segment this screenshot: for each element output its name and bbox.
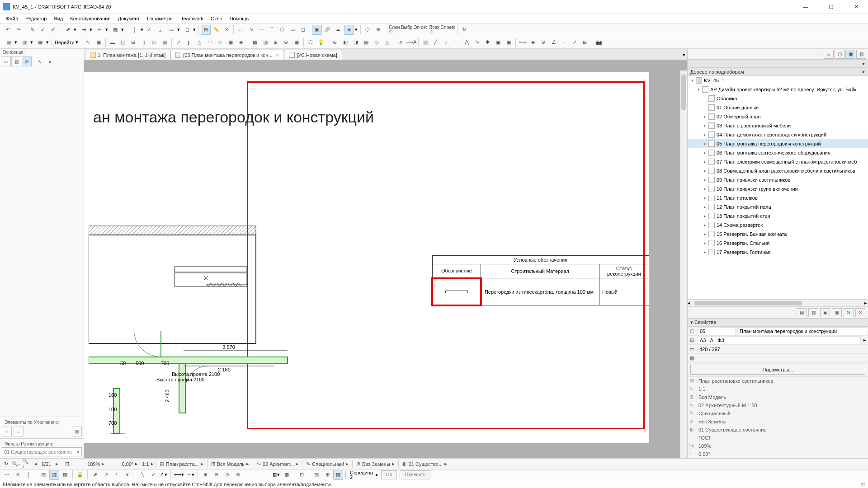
setting-row[interactable]: %109% [688, 442, 868, 450]
arrow-tool[interactable]: ⬈▾ [62, 25, 77, 35]
dim3-icon[interactable]: ↕ [559, 38, 569, 47]
tree-item[interactable]: ▸03 План с расстановкой мебели [688, 121, 868, 130]
nav-nozam[interactable]: ⊘ Без Замены ▸ [354, 459, 396, 469]
qo-5[interactable]: ▥ [49, 470, 59, 480]
nav-view[interactable]: ▤ План расста... ▸ [158, 459, 205, 469]
trim-tool[interactable]: ✂▾ [94, 25, 109, 35]
nav-mode-1[interactable]: ⌂ [824, 50, 834, 59]
dim-icon[interactable]: ↔ [236, 25, 245, 35]
layout-tool[interactable]: ▦▾ [109, 25, 125, 35]
qo-13[interactable]: ∠▾ [159, 470, 168, 480]
fill-icon[interactable]: ▨ [420, 38, 430, 47]
nav-arch[interactable]: ∿ 02 Архитект... ▸ [255, 459, 300, 469]
palette-btn-3[interactable]: ⟳ [22, 56, 32, 66]
roof-icon[interactable]: △ [194, 38, 204, 47]
nav-special[interactable]: ✎ Специальный ▸ [304, 459, 350, 469]
maximize-button[interactable]: ▢ [822, 0, 840, 13]
setting-row[interactable]: ⊘Без Замены [688, 418, 868, 426]
curtain-icon[interactable]: ▦ [226, 38, 236, 47]
tree-item[interactable]: ▸10 План привязки групп включения [688, 184, 868, 193]
mesh-icon[interactable]: ▩ [250, 38, 260, 47]
qo-20[interactable]: ▥▾ [272, 470, 281, 480]
cloud-icon[interactable]: ☁ [333, 25, 343, 35]
defaults-btn-3[interactable]: ▤ [72, 427, 82, 436]
interior-icon[interactable]: ◨ [351, 38, 361, 47]
nav-action-1[interactable]: ▤ [797, 308, 807, 317]
palette-cursor[interactable]: ↖ [35, 56, 45, 66]
level-icon[interactable]: ◈ [528, 38, 538, 47]
syringe-icon[interactable]: ➶ [38, 25, 47, 35]
perp-icon[interactable]: ⟂ [155, 25, 165, 35]
object-icon[interactable]: ⬡ [306, 38, 316, 47]
mesh2-icon[interactable]: ⊞ [271, 38, 281, 47]
tree-item[interactable]: ▸07 План электрики совмещенный с планом … [688, 157, 868, 166]
qo-19[interactable]: ⊗ [233, 470, 243, 480]
qo-6[interactable]: ▦ [60, 470, 70, 480]
tree-item[interactable]: ▸04 План демонтажа перегородок и констру… [688, 130, 868, 139]
nav-settings-icon[interactable]: ▸ [863, 61, 865, 66]
rect2-icon[interactable]: ▭ [288, 25, 297, 35]
next-page-icon[interactable]: ▸ [53, 460, 61, 468]
qo-2[interactable]: ✕ [13, 470, 23, 480]
grid3-icon[interactable]: ⊞ [580, 38, 590, 47]
prop-number[interactable]: 05 [698, 327, 736, 335]
tree-item[interactable]: ▸17 Развертки. Гостиная [688, 248, 868, 257]
nav-delete-icon[interactable]: ✕ [855, 308, 865, 317]
fit-icon[interactable]: ⊡ [63, 460, 71, 468]
poly-icon[interactable]: ⬠ [277, 25, 287, 35]
nav-action-3[interactable]: ▣ [820, 308, 830, 317]
defaults-btn-2[interactable]: ↔ [14, 427, 24, 436]
tab-close-icon[interactable]: × [276, 52, 279, 58]
qo-10[interactable]: ▾ [123, 470, 132, 480]
tree-item[interactable]: ▸08 Совмещенный план расстановки мебели … [688, 166, 868, 175]
worksheet-icon[interactable]: ▤ [361, 38, 371, 47]
qo-9[interactable]: ° [112, 470, 122, 480]
menu-document[interactable]: Документ [115, 15, 143, 22]
tree-item[interactable]: ▸15 Развертки. Ванная комната [688, 230, 868, 239]
qo-18[interactable]: ⊙ [222, 470, 232, 480]
select-icon[interactable]: ▣ [312, 25, 322, 35]
railing-icon[interactable]: ⫿ [184, 38, 194, 47]
arc2-icon[interactable]: ⌒ [452, 38, 462, 47]
setting-row[interactable]: ◐01 Существующее состояние [688, 426, 868, 434]
setting-row[interactable]: ∿02 Архитектурный М 1:50 [688, 401, 868, 409]
tree-item[interactable]: ▸02 Обмерный план [688, 112, 868, 121]
3d-icon[interactable]: ⬡ [363, 25, 373, 35]
detail-icon[interactable]: ◎ [372, 38, 382, 47]
tab-overflow[interactable]: ▾ [682, 50, 686, 60]
menu-help[interactable]: Помощь [226, 15, 252, 22]
tree-item[interactable]: Обложка [688, 94, 868, 103]
elevation-icon[interactable]: ◧ [340, 38, 350, 47]
view-tool[interactable]: ◈▾ [343, 25, 359, 35]
tree-item[interactable]: ▸14 Схема разверток [688, 221, 868, 230]
square-tool[interactable]: ◻▾ [181, 25, 197, 35]
link-icon[interactable]: 🔗 [322, 25, 332, 35]
sheet-tool[interactable]: ▦▾ [34, 38, 50, 47]
tree-item[interactable]: ▸13 План покрытий стен [688, 211, 868, 221]
tab-layout[interactable]: [05 План монтажа перегородок и кон...× [170, 50, 284, 60]
label-icon[interactable]: ⟶A [406, 38, 416, 47]
qo-1[interactable]: ⊹ [2, 470, 12, 480]
qo-7[interactable]: ⬈ [90, 470, 100, 480]
cancel-button[interactable]: Отменить [400, 470, 430, 479]
lamp-icon[interactable]: 💡 [316, 38, 326, 47]
qo-14[interactable]: ⟷▾ [173, 470, 185, 480]
cursor-icon[interactable]: ↖ [83, 38, 93, 47]
spline-icon[interactable]: 〰 [256, 25, 266, 35]
zone-icon[interactable]: ▥ [260, 38, 270, 47]
doc-tool[interactable]: ▥▾ [19, 38, 34, 47]
angle2-icon[interactable]: ∠ [549, 38, 559, 47]
palette-more[interactable]: ▸ [45, 56, 55, 66]
square2-icon[interactable]: ◻ [298, 25, 308, 35]
setting-row[interactable]: ▤План расстановки светильников [688, 377, 868, 385]
beam-icon[interactable]: ▭ [149, 38, 159, 47]
defaults-btn-1[interactable]: ↕ [2, 427, 12, 436]
camera-icon[interactable]: 📷 [594, 38, 604, 47]
go-menu[interactable]: Перейти ▾ [54, 38, 79, 47]
window-icon[interactable]: ⊞ [128, 38, 138, 47]
tree-item[interactable]: ▸05 План монтажа перегородок и конструкц… [688, 139, 868, 148]
eyedropper-icon[interactable]: ✎ [27, 25, 37, 35]
menu-window[interactable]: Окно [208, 15, 226, 22]
close-window-button[interactable]: ✕ [847, 0, 865, 13]
hotspot-icon[interactable]: ✱ [483, 38, 493, 47]
